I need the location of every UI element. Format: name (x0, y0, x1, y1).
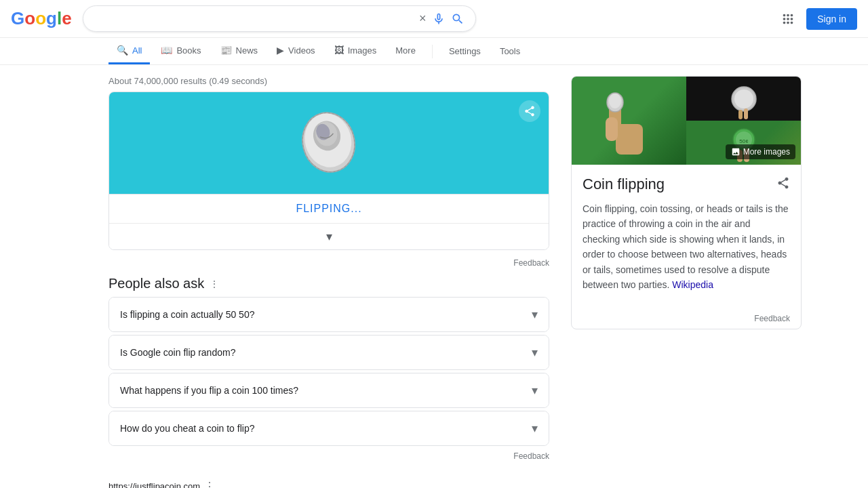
tab-more[interactable]: More (387, 39, 424, 64)
result-item: https://justflipacoin.com ⋮ Just Flip A … (108, 480, 549, 488)
result-url: https://justflipacoin.com (108, 481, 200, 488)
hand-coin-svg (595, 83, 663, 165)
coin-expand-button[interactable]: ▾ (326, 229, 332, 244)
kp-feedback[interactable]: Feedback (572, 308, 801, 329)
kp-image-top-right[interactable] (686, 77, 801, 121)
coin-widget-visual (109, 92, 549, 194)
kp-share-icon (776, 176, 790, 190)
coin-result-row: FLIPPING... (109, 194, 549, 223)
nav-tabs: 🔍 All 📖 Books 📰 News ▶ Videos 🖼 Images M… (0, 38, 868, 65)
kp-body: Coin flipping Coin flipping, coin tossin… (572, 165, 801, 308)
kp-image-left[interactable] (572, 77, 686, 165)
coin-expand-row: ▾ (109, 223, 549, 249)
paa-item-row: Is flipping a coin actually 50 50? ▾ (109, 298, 549, 331)
knowledge-panel: 50¢ More images Coin flipping (571, 76, 802, 329)
results-container: About 74,000,000 results (0.49 seconds) (0, 70, 868, 488)
tab-news[interactable]: 📰 News (212, 38, 267, 64)
paa-chevron-icon: ▾ (532, 345, 538, 360)
svg-rect-13 (738, 110, 743, 119)
paa-feedback[interactable]: Feedback (108, 449, 549, 469)
kp-share-button[interactable] (776, 176, 790, 193)
svg-point-10 (609, 94, 621, 108)
kp-title-row: Coin flipping (583, 176, 790, 193)
tab-images[interactable]: 🖼 Images (326, 38, 385, 64)
paa-item-row: How do you cheat a coin to flip? ▾ (109, 411, 549, 445)
apps-icon[interactable] (781, 12, 795, 26)
images-icon: 🖼 (334, 45, 344, 56)
result-url-row: https://justflipacoin.com ⋮ (108, 480, 549, 488)
paa-item-row: What happens if you flip a coin 100 time… (109, 373, 549, 407)
right-column: 50¢ More images Coin flipping (571, 70, 802, 488)
paa-question: What happens if you flip a coin 100 time… (120, 385, 298, 396)
books-icon: 📖 (161, 45, 172, 56)
paa-section: People also ask ⋮ Is flipping a coin act… (108, 276, 549, 469)
header-right: Sign in (781, 8, 857, 30)
paa-item[interactable]: Is Google coin flip random? ▾ (108, 335, 549, 370)
svg-point-12 (734, 89, 753, 108)
search-input[interactable]: flip a coin (94, 13, 414, 25)
sign-in-button[interactable]: Sign in (806, 8, 857, 30)
paa-header: People also ask ⋮ (108, 276, 549, 291)
svg-rect-14 (744, 108, 748, 119)
paa-chevron-icon: ▾ (532, 421, 538, 436)
tab-videos[interactable]: ▶ Videos (269, 38, 323, 64)
header: Google flip a coin × Sign in (0, 0, 868, 38)
tools-link[interactable]: Tools (492, 39, 528, 63)
paa-item[interactable]: How do you cheat a coin to flip? ▾ (108, 411, 549, 446)
results-stats: About 74,000,000 results (0.49 seconds) (108, 70, 549, 92)
coin-result-text: FLIPPING... (296, 203, 361, 215)
search-bar: flip a coin × (83, 5, 476, 32)
widget-feedback[interactable]: Feedback (108, 256, 549, 276)
mic-icon[interactable] (432, 12, 446, 26)
kp-images: 50¢ More images (572, 77, 801, 165)
images-icon (731, 147, 741, 157)
svg-rect-8 (606, 117, 618, 141)
news-icon: 📰 (220, 45, 232, 56)
more-images-button[interactable]: More images (726, 144, 795, 159)
videos-icon: ▶ (277, 45, 284, 56)
coin-flip-widget: FLIPPING... ▾ (108, 92, 549, 250)
paa-chevron-icon: ▾ (532, 307, 538, 322)
paa-title: People also ask (108, 276, 204, 291)
paa-question: How do you cheat a coin to flip? (120, 423, 254, 434)
paa-item-row: Is Google coin flip random? ▾ (109, 336, 549, 369)
tab-books[interactable]: 📖 Books (153, 38, 209, 64)
coin-illustration (284, 92, 373, 195)
kp-wikipedia-link[interactable]: Wikipedia (672, 279, 713, 290)
left-column: About 74,000,000 results (0.49 seconds) (108, 70, 549, 488)
paa-menu-icon[interactable]: ⋮ (210, 279, 219, 289)
coin-toss-svg (724, 79, 764, 119)
paa-chevron-icon: ▾ (532, 383, 538, 398)
all-icon: 🔍 (117, 45, 128, 56)
clear-icon[interactable]: × (419, 12, 427, 26)
paa-question: Is flipping a coin actually 50 50? (120, 309, 254, 320)
kp-description: Coin flipping, coin tossing, or heads or… (583, 201, 790, 292)
result-menu-button[interactable]: ⋮ (204, 480, 215, 488)
search-submit-icon[interactable] (451, 12, 465, 26)
tab-all[interactable]: 🔍 All (108, 38, 150, 64)
share-icon (524, 105, 536, 117)
paa-question: Is Google coin flip random? (120, 347, 235, 358)
settings-link[interactable]: Settings (441, 39, 489, 63)
kp-title: Coin flipping (583, 176, 665, 193)
share-button[interactable] (519, 100, 540, 122)
google-logo[interactable]: Google (11, 8, 72, 29)
paa-item[interactable]: Is flipping a coin actually 50 50? ▾ (108, 297, 549, 332)
paa-item[interactable]: What happens if you flip a coin 100 time… (108, 373, 549, 408)
svg-text:50¢: 50¢ (739, 138, 748, 144)
nav-divider (432, 45, 433, 58)
